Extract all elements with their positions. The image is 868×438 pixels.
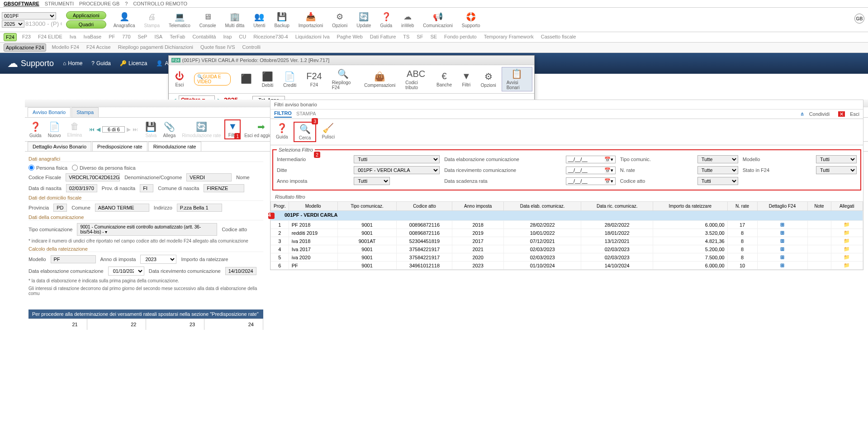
f24-icon: F24: [171, 58, 180, 62]
stampa-icon: 🖨: [147, 11, 157, 22]
person-icon: 👤: [156, 60, 163, 67]
multi ditta-icon: 🏢: [229, 11, 240, 22]
cat-tab[interactable]: CU: [237, 33, 248, 41]
cat-tab[interactable]: Cassetto fiscale: [539, 33, 578, 41]
f24-btn-Debiti[interactable]: ⬛Debiti: [257, 70, 278, 74]
supporto-icon: 🛟: [465, 11, 476, 22]
menu-item[interactable]: GBSOFTWARE: [4, 1, 39, 6]
inweb-icon: ☁: [402, 11, 413, 22]
year-select[interactable]: 2025: [2, 20, 24, 28]
sub-tab[interactable]: Controlli: [241, 43, 262, 52]
sub-tab[interactable]: Quote fisse IVS: [199, 43, 237, 52]
utenti-icon: 👥: [254, 11, 265, 22]
cat-tab[interactable]: SE: [428, 33, 439, 41]
sub-tab[interactable]: F24 Accise: [85, 43, 113, 52]
nav-home[interactable]: ⌂Home: [63, 60, 82, 67]
cat-tab[interactable]: Contabilità: [190, 33, 218, 41]
ribbon-utenti[interactable]: 👥Utenti: [250, 10, 269, 29]
anagrafica-icon: 👤: [119, 11, 130, 22]
ribbon-backup[interactable]: 💾Backup: [270, 10, 293, 29]
nav-guida[interactable]: ?Guida: [91, 60, 111, 67]
cat-tab[interactable]: TerFab: [168, 33, 187, 41]
f24-btn-GUIDA E VIDEO[interactable]: 🔍GUIDA E VIDEO: [190, 72, 235, 74]
f24-btn-Crediti[interactable]: 📄Crediti: [279, 70, 301, 74]
f24-btn-Filtri[interactable]: ▼Filtri: [457, 70, 475, 74]
f24-window-title: F24 (001PF) VERDI CARLA # Periodo: Ottob…: [169, 56, 534, 65]
cat-tab[interactable]: SeP: [136, 33, 149, 41]
ribbon: 👤Anagrafica🖨Stampa💻Telematico🖥Console🏢Mu…: [108, 10, 866, 30]
telematico-icon: 💻: [174, 11, 185, 22]
f24-toolbar: ⏻Esci🔍GUIDA E VIDEO⬛⬛Debiti📄CreditiF24F2…: [169, 65, 534, 74]
cat-tab[interactable]: IvaBase: [81, 33, 103, 41]
company-display: [25, 20, 62, 28]
applicazioni-button[interactable]: Applicazioni: [66, 11, 106, 19]
home-icon: ⌂: [63, 60, 66, 67]
cat-tab[interactable]: Liquidazioni Iva: [294, 33, 332, 41]
quadri-button[interactable]: Quadri: [66, 20, 106, 29]
f24-btn-Codici tributo[interactable]: ABCCodici tributo: [401, 68, 431, 74]
logo: ☁ Supporto: [7, 57, 54, 70]
ribbon-multi ditta[interactable]: 🏢Multi ditta: [222, 10, 248, 29]
ribbon-stampa[interactable]: 🖨Stampa: [141, 10, 163, 29]
menu-item[interactable]: CONTROLLO REMOTO: [133, 1, 187, 6]
f24-btn-Riepilogo F24[interactable]: 🔍Riepilogo F24: [327, 67, 359, 74]
update-icon: 🔄: [358, 11, 369, 22]
menu-item[interactable]: STRUMENTI: [45, 1, 74, 6]
console-icon: 🖥: [202, 11, 213, 22]
cat-tab[interactable]: Dati Fatture: [368, 33, 398, 41]
nav-licenza[interactable]: 🔑Licenza: [120, 60, 147, 67]
ribbon-importazioni[interactable]: 📥Importazioni: [295, 10, 327, 29]
f24-btn-Opzioni[interactable]: ⚙Opzioni: [476, 70, 501, 74]
f24-btn-Esci[interactable]: ⏻Esci: [171, 70, 189, 74]
f24-btn-Banche[interactable]: €Banche: [432, 70, 456, 74]
account-code-select[interactable]: 001PF: [2, 12, 56, 19]
key-icon: 🔑: [120, 60, 127, 67]
account-bar: 001PF 2025 Applicazioni Quadri 👤Anagrafi…: [0, 8, 868, 32]
menu-item[interactable]: PROCEDURE GB: [79, 1, 119, 6]
help-icon: ?: [91, 60, 95, 67]
backup-icon: 💾: [276, 11, 287, 22]
gb-badge-icon: GB: [854, 14, 864, 24]
cat-tab[interactable]: Irap: [221, 33, 233, 41]
f24-btn-F24[interactable]: F24F24: [302, 70, 326, 74]
ribbon-telematico[interactable]: 💻Telematico: [165, 10, 194, 29]
sub-tabs: Applicazione F24Modello F24F24 AcciseRie…: [0, 43, 868, 53]
f24-btn-icon[interactable]: ⬛: [236, 72, 256, 74]
cat-tab[interactable]: F23: [20, 33, 33, 41]
cat-tab[interactable]: Ricezione730-4: [251, 33, 289, 41]
ribbon-opzioni[interactable]: ⚙Opzioni: [328, 10, 351, 29]
cat-tab[interactable]: Paghe Web: [335, 33, 365, 41]
cat-tab[interactable]: SF: [415, 33, 425, 41]
ribbon-guida[interactable]: ❓Guida: [376, 10, 396, 29]
cat-tab[interactable]: F24: [4, 33, 17, 41]
cat-tab[interactable]: F24 ELIDE: [36, 33, 64, 41]
sub-tab[interactable]: Applicazione F24: [4, 43, 46, 52]
f24-btn-Compensazioni[interactable]: 👜Compensazioni: [360, 70, 400, 74]
menu-item[interactable]: ?: [125, 1, 128, 6]
sub-tab[interactable]: Riepilogo pagamenti Dichiarazioni: [116, 43, 195, 52]
logo-text: Supporto: [21, 59, 54, 68]
importazioni-icon: 📥: [305, 11, 316, 22]
cat-tab[interactable]: 770: [120, 33, 132, 41]
ribbon-update[interactable]: 🔄Update: [353, 10, 375, 29]
sub-tab[interactable]: Modello F24: [50, 43, 81, 52]
f24-btn-Avvisi Bonari[interactable]: 📋Avvisi Bonari: [502, 67, 532, 74]
guida-icon: ❓: [381, 11, 392, 22]
top-menubar: GBSOFTWARE STRUMENTI PROCEDURE GB ? CONT…: [0, 0, 868, 8]
ribbon-comunicazioni[interactable]: 📢Comunicazioni: [419, 10, 456, 29]
category-tabs: F24F23F24 ELIDEIvaIvaBasePF770SePISATerF…: [0, 32, 868, 43]
comunicazioni-icon: 📢: [432, 11, 443, 22]
cat-tab[interactable]: Iva: [68, 33, 78, 41]
ribbon-inweb[interactable]: ☁inWeb: [398, 10, 417, 29]
cat-tab[interactable]: ISA: [152, 33, 164, 41]
opzioni-icon: ⚙: [334, 11, 345, 22]
cat-tab[interactable]: Fondo perduto: [442, 33, 479, 41]
cat-tab[interactable]: PF: [107, 33, 117, 41]
cloud-icon: ☁: [7, 57, 18, 70]
f24-window: F24 (001PF) VERDI CARLA # Periodo: Ottob…: [168, 55, 535, 74]
ribbon-anagrafica[interactable]: 👤Anagrafica: [110, 10, 139, 29]
ribbon-console[interactable]: 🖥Console: [196, 10, 220, 29]
ribbon-supporto[interactable]: 🛟Supporto: [458, 10, 484, 29]
cat-tab[interactable]: TS: [401, 33, 411, 41]
cat-tab[interactable]: Temporary Framework: [482, 33, 536, 41]
